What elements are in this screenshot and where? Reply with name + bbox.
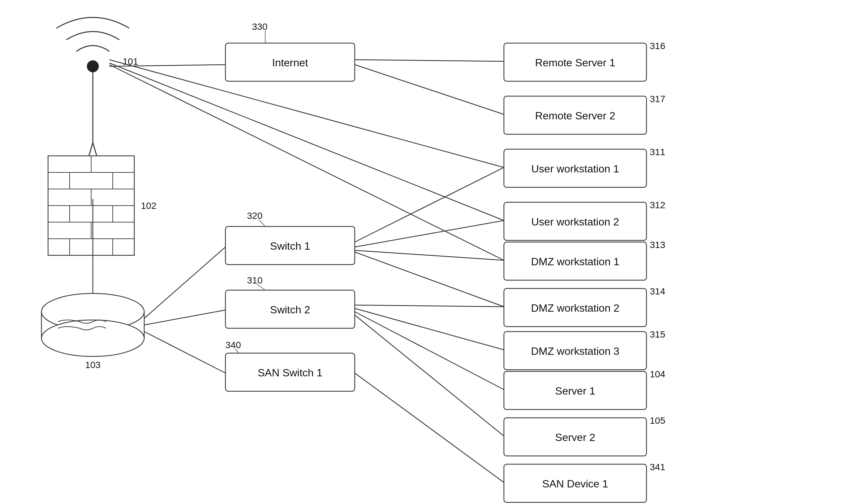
- user-workstation2-node: User workstation 2 312: [504, 200, 665, 240]
- san-device1-node: SAN Device 1 341: [504, 462, 665, 502]
- dmz-workstation3-ref: 315: [650, 329, 665, 340]
- switch2-ref: 310: [247, 275, 262, 286]
- remote-server1-node: Remote Server 1 316: [504, 41, 665, 81]
- san-device1-ref: 341: [650, 462, 665, 472]
- server2-ref: 105: [650, 415, 665, 426]
- user-workstation1-ref: 311: [650, 147, 665, 157]
- san-switch1-ref: 340: [225, 340, 241, 350]
- switch1-ref: 320: [247, 211, 262, 221]
- san-switch1-label: SAN Switch 1: [258, 367, 323, 379]
- network-diagram: 101 102 103: [0, 0, 852, 504]
- user-workstation2-ref: 312: [650, 200, 665, 210]
- dmz-workstation1-label: DMZ workstation 1: [531, 256, 620, 268]
- switch1-label: Switch 1: [270, 240, 310, 252]
- svg-point-22: [41, 320, 144, 357]
- remote-server1-ref: 316: [650, 41, 665, 51]
- dmz-workstation3-label: DMZ workstation 3: [531, 345, 620, 357]
- dmz-workstation3-node: DMZ workstation 3 315: [504, 329, 665, 370]
- switch2-label: Switch 2: [270, 304, 310, 316]
- dmz-workstation2-label: DMZ workstation 2: [531, 302, 620, 314]
- router-label: 103: [85, 360, 101, 370]
- server1-ref: 104: [650, 369, 665, 379]
- remote-server2-ref: 317: [650, 94, 665, 104]
- server1-label: Server 1: [555, 385, 595, 397]
- dmz-workstation1-ref: 313: [650, 240, 665, 250]
- user-workstation1-node: User workstation 1 311: [504, 147, 665, 187]
- internet-ref: 330: [252, 21, 268, 32]
- user-workstation1-label: User workstation 1: [531, 163, 619, 175]
- remote-server1-label: Remote Server 1: [535, 57, 615, 69]
- svg-point-3: [87, 60, 99, 72]
- dmz-workstation1-node: DMZ workstation 1 313: [504, 240, 665, 280]
- firewall-label: 102: [141, 201, 157, 211]
- server2-node: Server 2 105: [504, 415, 665, 456]
- user-workstation2-label: User workstation 2: [531, 216, 619, 228]
- san-device1-label: SAN Device 1: [542, 478, 608, 490]
- dmz-workstation2-node: DMZ workstation 2 314: [504, 286, 665, 327]
- remote-server2-label: Remote Server 2: [535, 110, 615, 122]
- remote-server2-node: Remote Server 2 317: [504, 94, 665, 134]
- server2-label: Server 2: [555, 431, 595, 443]
- dmz-workstation2-ref: 314: [650, 286, 665, 296]
- internet-label: Internet: [272, 57, 308, 69]
- server1-node: Server 1 104: [504, 369, 665, 410]
